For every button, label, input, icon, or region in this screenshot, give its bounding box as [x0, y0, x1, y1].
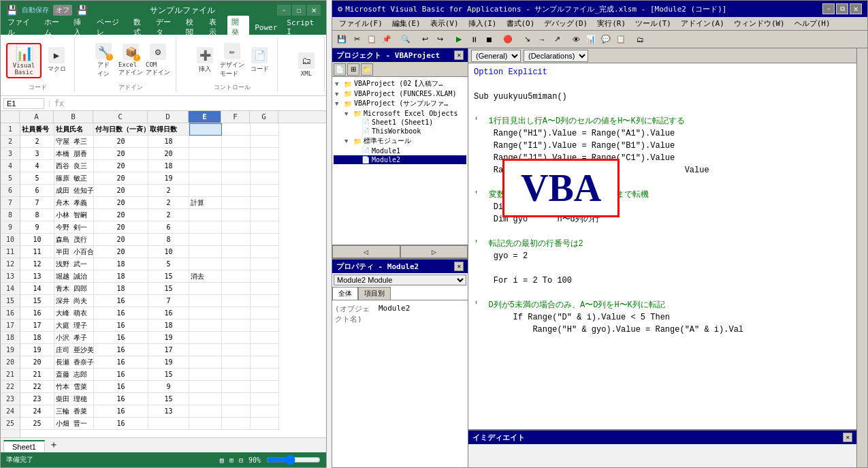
- menu-power[interactable]: Power: [251, 22, 281, 33]
- vba-menu-insert[interactable]: 挿入(I): [464, 18, 501, 29]
- props-object-select[interactable]: Module2 Module: [334, 275, 466, 285]
- visual-basic-button[interactable]: 📊 Visual Basic: [6, 43, 42, 78]
- project-view-code[interactable]: 📄: [334, 63, 346, 76]
- cell-c1[interactable]: 付与日数（一斉）: [94, 123, 148, 136]
- immediate-content[interactable]: [468, 444, 856, 467]
- minimize-button[interactable]: －: [277, 5, 291, 16]
- cell-a2[interactable]: 2: [20, 136, 54, 148]
- code-proc-combo[interactable]: (Declarations): [524, 50, 588, 62]
- project-tree: ▼ 📁 VBAProject (02【入稿フォーマット】コラム執筆... ▼ 📁…: [332, 77, 468, 245]
- vba-tb-reset[interactable]: ⏹: [482, 33, 496, 46]
- project-tree-module2[interactable]: 📄 Module2: [334, 155, 466, 164]
- table-row: 14 青木 四郎 18 15: [20, 283, 326, 295]
- props-tab-all[interactable]: 全体: [332, 287, 358, 300]
- project-nav-btn1[interactable]: ◁: [332, 245, 400, 258]
- vba-tb-step-out[interactable]: ↗: [550, 33, 564, 46]
- vba-menu-file[interactable]: ファイル(F): [335, 18, 387, 29]
- addin-button[interactable]: 🔧 アドイン: [91, 43, 116, 78]
- vba-tb-redo[interactable]: ↪: [433, 33, 447, 46]
- vba-tb-undo[interactable]: ↩: [418, 33, 432, 46]
- sheet-tab-sheet1[interactable]: Sheet1: [3, 440, 45, 452]
- vba-tb-paste[interactable]: 📌: [380, 33, 393, 46]
- cell-reference-input[interactable]: [3, 98, 44, 109]
- code-object-combo[interactable]: (General): [471, 50, 521, 62]
- view-page-icon[interactable]: ⊟: [239, 456, 243, 464]
- code-view-button[interactable]: 📄 コード: [247, 47, 272, 74]
- vba-tb-breakpoint[interactable]: 🔴: [501, 33, 515, 46]
- vba-menu-help[interactable]: ヘルプ(H): [790, 18, 835, 29]
- cell-b1[interactable]: 社員氏名: [54, 123, 94, 136]
- cell-d2[interactable]: 18: [148, 136, 189, 148]
- vba-tb-find[interactable]: 🔍: [399, 33, 413, 46]
- add-sheet-button[interactable]: ＋: [46, 437, 61, 452]
- project-tree-module1[interactable]: 📄 Module1: [334, 146, 466, 155]
- addin-icon: 🔧: [95, 43, 112, 59]
- vba-menu-tools[interactable]: ツール(T): [631, 18, 675, 29]
- vba-window: ⚙ Microsoft Visual Basic for Application…: [332, 0, 868, 468]
- vba-tb-object-browser[interactable]: 🗂: [633, 33, 647, 46]
- vba-tb-cut[interactable]: ✂: [350, 33, 364, 46]
- formula-input[interactable]: [67, 99, 323, 108]
- excel-addin-button[interactable]: 📦 Excelアドイン: [118, 44, 143, 77]
- table-row: 9 今野 剣一 20 6: [20, 221, 326, 234]
- cell-a1[interactable]: 社員番号: [20, 123, 54, 136]
- cell-f1[interactable]: [222, 123, 251, 136]
- zoom-slider[interactable]: [266, 456, 321, 464]
- vba-menu-debug[interactable]: デバッグ(D): [540, 18, 592, 29]
- cell-b3[interactable]: 本橋 朋香: [54, 148, 94, 160]
- project-tree-item-1[interactable]: ▼ 📁 VBAProject (02【入稿フォーマット】コラム執筆...: [334, 78, 466, 89]
- vba-tb-watch[interactable]: 👁: [569, 33, 583, 46]
- props-tab-category[interactable]: 項目別: [358, 287, 391, 300]
- view-normal-icon[interactable]: ▤: [220, 456, 224, 464]
- vba-tb-call-stack[interactable]: 📋: [614, 33, 628, 46]
- vba-menu-addins[interactable]: アドイン(A): [677, 18, 728, 29]
- vba-close-button[interactable]: ✕: [850, 3, 862, 14]
- vba-menu-window[interactable]: ウィンドウ(W): [730, 18, 789, 29]
- vba-menu-format[interactable]: 書式(O): [502, 18, 539, 29]
- code-editor[interactable]: Option Explicit Sub yuukyuu5miman() ' 1行…: [468, 63, 856, 429]
- project-tree-item-3[interactable]: ▼ 📁 VBAProject (サンプルファイル_完成.xlsm): [334, 98, 466, 109]
- row-header-9: 9: [1, 221, 20, 234]
- project-nav-btn2[interactable]: ▷: [400, 245, 468, 258]
- com-addin-button[interactable]: ⚙ COMアドイン: [146, 44, 170, 77]
- cell-g1[interactable]: [251, 123, 279, 136]
- vba-tb-break[interactable]: ⏸: [467, 33, 481, 46]
- vba-menu-edit[interactable]: 編集(E): [388, 18, 425, 29]
- project-tree-sheet1[interactable]: 📄 Sheet1 (Sheet1): [334, 118, 466, 127]
- vba-tb-copy[interactable]: 📋: [365, 33, 379, 46]
- project-tree-excel-objects[interactable]: ▼ 📁 Microsoft Excel Objects: [334, 109, 466, 118]
- vba-tb-save[interactable]: 💾: [335, 33, 349, 46]
- vba-tb-locals[interactable]: 📊: [584, 33, 598, 46]
- vba-tb-run[interactable]: ▶: [452, 33, 466, 46]
- cell-c2[interactable]: 20: [94, 136, 148, 148]
- vba-tb-immediate[interactable]: 💬: [599, 33, 613, 46]
- insert-control-button[interactable]: ➕ 挿入: [193, 47, 217, 74]
- vba-menu-run[interactable]: 実行(R): [593, 18, 630, 29]
- cell-a3[interactable]: 3: [20, 148, 54, 160]
- project-toggle-folders[interactable]: 📁: [361, 63, 373, 76]
- props-close-button[interactable]: ✕: [454, 262, 464, 271]
- cell-d1[interactable]: 取得日数: [148, 123, 189, 136]
- vba-menu-view[interactable]: 表示(V): [426, 18, 463, 29]
- cell-b2[interactable]: 守屋 孝三: [54, 136, 94, 148]
- immediate-close-button[interactable]: ✕: [843, 433, 852, 442]
- vba-restore-button[interactable]: ⧉: [836, 3, 848, 14]
- design-mode-button[interactable]: ✏ デザインモード: [220, 43, 244, 78]
- cell-e1[interactable]: [189, 123, 222, 136]
- macro-button[interactable]: ▶ マクロ: [44, 47, 69, 74]
- vba-tb-step[interactable]: ↘: [520, 33, 534, 46]
- view-layout-icon[interactable]: ⊞: [229, 456, 234, 464]
- project-close-button[interactable]: ✕: [454, 50, 464, 60]
- vba-minimize-button[interactable]: －: [822, 3, 835, 14]
- project-view-object[interactable]: ⊞: [347, 63, 359, 76]
- vba-main-area: プロジェクト - VBAProject ✕ 📄 ⊞ 📁 ▼ 📁 VBAProj: [332, 48, 867, 467]
- project-tree-item-2[interactable]: ▼ 📁 VBAProject (FUNCRES.XLAM): [334, 89, 466, 98]
- project-tree-modules[interactable]: ▼ 📁 標準モジュール: [334, 136, 466, 146]
- code-line-4: [474, 103, 851, 115]
- close-button[interactable]: ✕: [307, 5, 321, 16]
- vba-scrollbar[interactable]: [856, 48, 867, 467]
- maximize-button[interactable]: □: [292, 5, 306, 16]
- xml-button[interactable]: 🗂 XML: [294, 52, 319, 77]
- vba-tb-step-over[interactable]: →: [535, 33, 549, 46]
- project-tree-thisworkbook[interactable]: 📄 ThisWorkbook: [334, 127, 466, 136]
